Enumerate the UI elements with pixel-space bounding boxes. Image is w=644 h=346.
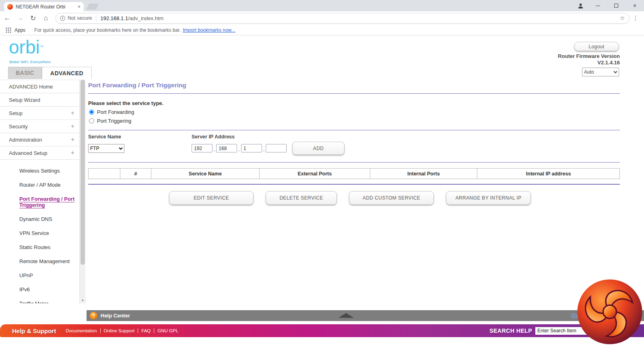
sidebar-item-setup[interactable]: Setup + — [0, 107, 79, 120]
ip-octet-4-input[interactable] — [266, 144, 287, 152]
service-name-label: Service Name — [88, 134, 192, 140]
ip-octet-1-input[interactable] — [192, 144, 213, 152]
firmware-version: V2.1.4.16 — [558, 60, 620, 66]
divider — [88, 162, 620, 163]
sidebar-item-advanced-setup[interactable]: Advanced Setup + — [0, 146, 79, 160]
documentation-link[interactable]: Documentation — [62, 328, 100, 333]
help-support-footer: Help & Support Documentation Online Supp… — [0, 324, 644, 337]
tab-close-icon[interactable]: × — [78, 4, 80, 10]
browser-menu-icon[interactable]: ⋮ — [630, 14, 642, 22]
sidebar-item-label: ADVANCED Home — [9, 84, 74, 90]
submenu-item-remote-management[interactable]: Remote Management — [0, 254, 79, 268]
browser-tab[interactable]: NETGEAR Router Orbi × — [4, 2, 84, 11]
edit-service-button[interactable]: EDIT SERVICE — [169, 191, 254, 205]
help-center-bar: ? Help Center Show/Hide Help Center — [87, 310, 644, 321]
divider — [88, 184, 620, 185]
divider — [88, 130, 620, 130]
window-maximize-button[interactable] — [607, 0, 625, 11]
sidebar-item-security[interactable]: Security + — [0, 120, 79, 133]
help-support-title: Help & Support — [12, 327, 56, 334]
apps-label[interactable]: Apps — [14, 27, 25, 33]
expand-plus-icon[interactable]: + — [71, 109, 74, 117]
tab-basic[interactable]: BASIC — [8, 67, 42, 79]
table-header-blank — [89, 169, 120, 179]
submenu-item-vpn-service[interactable]: VPN Service — [0, 226, 79, 240]
add-button[interactable]: ADD — [292, 142, 345, 155]
tab-advanced[interactable]: ADVANCED — [42, 67, 92, 79]
arrange-by-internal-ip-button[interactable]: ARRANGE BY INTERNAL IP — [446, 191, 531, 205]
sidebar-item-label: Advanced Setup — [9, 150, 71, 156]
add-custom-service-button[interactable]: ADD CUSTOM SERVICE — [349, 191, 434, 205]
reload-icon[interactable]: ↻ — [27, 12, 39, 24]
ip-dot: . — [238, 147, 239, 152]
delete-service-button[interactable]: DELETE SERVICE — [266, 191, 337, 205]
sidebar-item-setup-wizard[interactable]: Setup Wizard — [0, 93, 79, 107]
add-service-form: FTP . . . ADD — [88, 142, 620, 155]
ip-dot: . — [263, 147, 264, 152]
table-header-internal-ip: Internal IP address — [477, 169, 620, 179]
home-icon[interactable]: ⌂ — [40, 12, 52, 24]
submenu-item-upnp[interactable]: UPnP — [0, 268, 79, 282]
footer-links: Documentation Online Support FAQ GNU GPL — [62, 328, 182, 333]
back-icon[interactable]: ← — [2, 12, 13, 24]
port-forwarding-radio[interactable] — [89, 109, 94, 115]
port-triggering-radio[interactable] — [89, 118, 94, 124]
port-triggering-radio-label: Port Triggering — [97, 118, 131, 124]
submenu-item-wireless-settings[interactable]: Wireless Settings — [0, 164, 79, 178]
submenu-item-traffic-meter[interactable]: Traffic Meter — [0, 297, 79, 303]
ip-dot: . — [214, 147, 215, 152]
submenu-item-router-ap-mode[interactable]: Router / AP Mode — [0, 178, 79, 192]
footer-search: SEARCH HELP — [489, 327, 590, 335]
form-labels: Service Name Server IP Address — [88, 134, 620, 140]
language-select[interactable]: Auto — [582, 68, 619, 76]
scrollbar-thumb[interactable] — [80, 80, 85, 265]
orbi-tagline: Better WiFi. Everywhere. — [9, 60, 52, 64]
sidebar-item-administration[interactable]: Administration + — [0, 133, 79, 146]
bookmarks-bar: Apps For quick access, place your bookma… — [0, 25, 644, 35]
profile-icon[interactable] — [572, 0, 588, 11]
table-header-row: # Service Name External Ports Internal P… — [89, 169, 620, 179]
bookmark-star-icon[interactable]: ☆ — [620, 14, 625, 22]
forward-icon[interactable]: → — [14, 12, 26, 24]
sidebar-scrollbar[interactable]: ▼ — [79, 80, 85, 303]
new-tab-button[interactable] — [86, 4, 99, 10]
info-icon[interactable]: i — [60, 16, 65, 21]
window-minimize-button[interactable] — [588, 0, 607, 11]
online-support-link[interactable]: Online Support — [101, 328, 138, 333]
service-type-prompt: Please select the service type. — [88, 100, 620, 106]
page-title: Port Forwarding / Port Triggering — [88, 82, 620, 89]
address-bar[interactable]: i Not secure 192.168.1.1 /adv_index.htm … — [56, 13, 630, 24]
maximize-icon — [614, 4, 618, 8]
expand-plus-icon[interactable]: + — [71, 136, 74, 143]
window-close-button[interactable]: × — [625, 0, 644, 11]
port-forwarding-table: # Service Name External Ports Internal P… — [88, 168, 620, 179]
apps-grid-icon[interactable] — [6, 27, 11, 33]
import-bookmarks-link[interactable]: Import bookmarks now... — [183, 27, 235, 33]
sidebar-item-advanced-home[interactable]: ADVANCED Home — [0, 80, 79, 93]
faq-link[interactable]: FAQ — [138, 328, 154, 333]
firmware-label: Router Firmware Version — [558, 53, 620, 60]
scroll-down-icon[interactable]: ▼ — [80, 297, 86, 303]
help-expand-arrow-icon[interactable] — [339, 313, 354, 318]
submenu-item-ipv6[interactable]: IPv6 — [0, 282, 79, 297]
sidebar-item-label: Setup Wizard — [9, 97, 74, 103]
gnu-gpl-link[interactable]: GNU GPL — [154, 328, 182, 333]
ip-octet-2-input[interactable] — [216, 144, 237, 152]
sidebar-item-label: Administration — [9, 137, 71, 143]
search-help-label: SEARCH HELP — [489, 327, 532, 334]
expand-plus-icon[interactable]: + — [71, 149, 74, 157]
firmware-version-block: Router Firmware Version V2.1.4.16 — [558, 53, 620, 66]
orbi-logo-text: orbi — [9, 37, 40, 58]
main-content: Port Forwarding / Port Triggering Please… — [88, 82, 620, 205]
table-header-service-name: Service Name — [151, 169, 259, 179]
sidebar-item-label: Security — [9, 124, 71, 130]
submenu-item-port-forwarding[interactable]: Port Forwarding / Port Triggering — [0, 192, 79, 212]
divider — [88, 93, 620, 94]
netgear-favicon-icon — [7, 4, 13, 10]
ip-octet-3-input[interactable] — [241, 144, 262, 152]
submenu-item-dynamic-dns[interactable]: Dynamic DNS — [0, 212, 79, 226]
expand-plus-icon[interactable]: + — [71, 123, 74, 130]
logout-button[interactable]: Logout — [574, 42, 619, 51]
service-name-select[interactable]: FTP — [88, 144, 124, 153]
submenu-item-static-routes[interactable]: Static Routes — [0, 240, 79, 254]
